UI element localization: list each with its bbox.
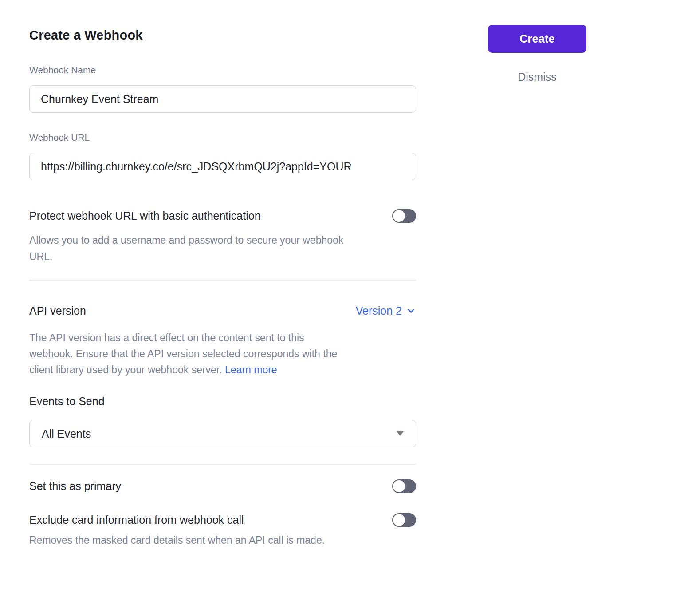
api-version-description-text: The API version has a direct effect on t… [29, 332, 337, 376]
exclude-card-toggle[interactable] [392, 513, 416, 527]
primary-label: Set this as primary [29, 479, 121, 493]
exclude-card-row: Exclude card information from webhook ca… [29, 513, 416, 527]
caret-down-icon [397, 431, 404, 436]
basic-auth-description: Allows you to add a username and passwor… [29, 232, 353, 265]
dismiss-button[interactable]: Dismiss [488, 71, 586, 83]
toggle-knob [393, 514, 405, 526]
exclude-card-description: Removes the masked card details sent whe… [29, 532, 353, 549]
events-to-send-label: Events to Send [29, 395, 416, 408]
events-to-send-select[interactable]: All Events [29, 420, 416, 447]
webhook-url-input[interactable] [29, 153, 416, 180]
webhook-form: Create a Webhook Webhook Name Webhook UR… [29, 0, 416, 549]
primary-row: Set this as primary [29, 479, 416, 493]
toggle-knob [393, 480, 405, 492]
exclude-card-label: Exclude card information from webhook ca… [29, 513, 244, 527]
basic-auth-label: Protect webhook URL with basic authentic… [29, 209, 261, 223]
webhook-name-label: Webhook Name [29, 65, 416, 75]
basic-auth-toggle[interactable] [392, 209, 416, 223]
events-selected-value: All Events [42, 427, 91, 440]
basic-auth-row: Protect webhook URL with basic authentic… [29, 209, 416, 223]
chevron-down-icon [406, 306, 416, 316]
webhook-name-input[interactable] [29, 85, 416, 113]
toggle-knob [393, 210, 405, 222]
api-version-label: API version [29, 304, 86, 317]
learn-more-link[interactable]: Learn more [225, 364, 277, 376]
api-version-row: API version Version 2 [29, 304, 416, 317]
create-button[interactable]: Create [488, 25, 586, 53]
divider [29, 464, 416, 465]
api-version-description: The API version has a direct effect on t… [29, 330, 344, 378]
webhook-url-label: Webhook URL [29, 132, 416, 142]
page-title: Create a Webhook [29, 28, 416, 43]
primary-toggle[interactable] [392, 479, 416, 493]
api-version-selected: Version 2 [356, 304, 402, 317]
api-version-dropdown[interactable]: Version 2 [356, 304, 416, 317]
action-panel: Create Dismiss [488, 25, 586, 83]
divider [29, 280, 416, 281]
